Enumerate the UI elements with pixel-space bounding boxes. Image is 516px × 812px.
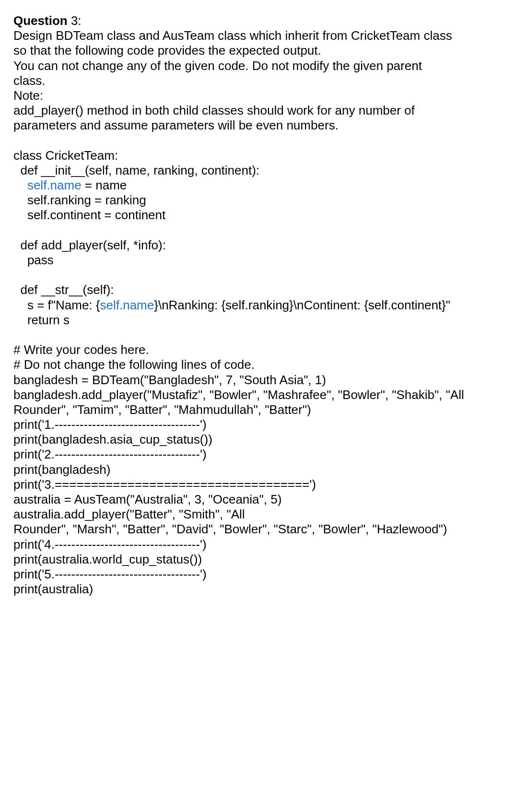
question-label: Question <box>13 13 68 28</box>
code-line: print(bangladesh.asia_cup_status()) <box>13 432 212 447</box>
self-name-link[interactable]: self.name <box>27 178 82 192</box>
code-line: print('1.-------------------------------… <box>13 417 207 432</box>
code-line: bangladesh.add_player("Mustafiz", "Bowle… <box>13 388 464 402</box>
code-line: australia.add_player("Batter", "Smith", … <box>13 507 245 521</box>
code-line: Rounder", "Tamim", "Batter", "Mahmudulla… <box>13 402 311 417</box>
code-line: print('4.-------------------------------… <box>13 537 207 552</box>
code-line: Rounder", "Marsh", "Batter", "David", "B… <box>13 522 447 536</box>
code-line: # Do not change the following lines of c… <box>13 357 255 372</box>
code-line: print(australia.world_cup_status()) <box>13 552 202 566</box>
code-line: def __init__(self, name, ranking, contin… <box>13 163 259 177</box>
code-indent <box>13 178 27 192</box>
desc-line: class. <box>13 73 45 88</box>
code-line: print('5.-------------------------------… <box>13 567 207 581</box>
code-line: bangladesh = BDTeam("Bangladesh", 7, "So… <box>13 373 326 387</box>
code-line: print(australia) <box>13 582 93 596</box>
desc-line: parameters and assume parameters will be… <box>13 118 339 132</box>
code-line-part: }\nRanking: {self.ranking}\nContinent: {… <box>154 298 450 312</box>
question-number: 3: <box>68 13 82 28</box>
desc-line: Design BDTeam class and AusTeam class wh… <box>13 28 452 43</box>
desc-line: Note: <box>13 88 43 103</box>
desc-line: You can not change any of the given code… <box>13 59 422 73</box>
code-line: self.ranking = ranking <box>13 193 146 207</box>
code-line: pass <box>13 253 54 267</box>
code-line: print(bangladesh) <box>13 462 110 477</box>
code-line: return s <box>13 313 70 327</box>
code-line: self.continent = continent <box>13 208 165 222</box>
code-line-part: = name <box>82 178 127 192</box>
code-line: class CricketTeam: <box>13 148 118 163</box>
code-line-part: s = f"Name: { <box>13 298 100 312</box>
self-name-link[interactable]: self.name <box>100 298 154 312</box>
code-line: def add_player(self, *info): <box>13 238 166 252</box>
code-line: australia = AusTeam("Australia", 3, "Oce… <box>13 492 281 506</box>
question-document: Question 3: Design BDTeam class and AusT… <box>13 13 503 597</box>
code-line: # Write your codes here. <box>13 342 149 357</box>
code-line: def __str__(self): <box>13 282 114 297</box>
code-line: print('3.===============================… <box>13 477 316 492</box>
desc-line: add_player() method in both child classe… <box>13 103 415 118</box>
desc-line: so that the following code provides the … <box>13 43 321 58</box>
code-line: print('2.-------------------------------… <box>13 447 207 461</box>
